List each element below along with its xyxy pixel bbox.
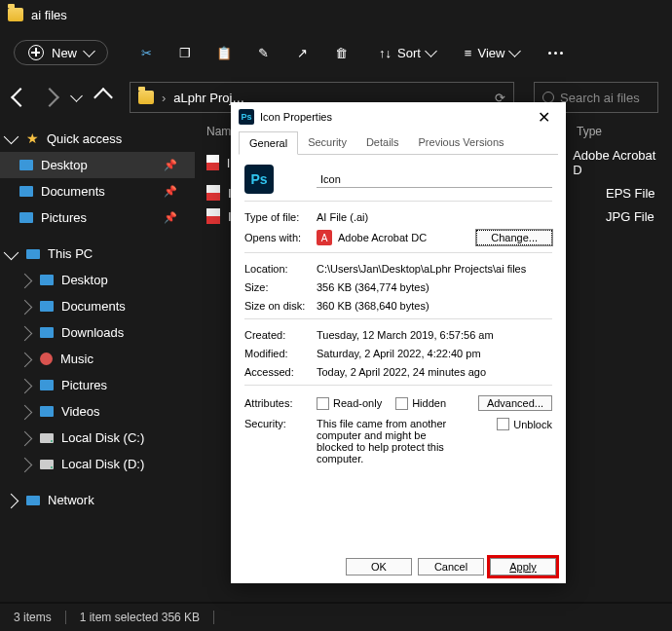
sort-button[interactable]: ↑↓ Sort (379, 46, 435, 60)
readonly-checkbox[interactable]: Read-only (317, 397, 382, 410)
apply-button[interactable]: Apply (490, 558, 556, 575)
filename-input[interactable] (317, 171, 552, 188)
advanced-button[interactable]: Advanced... (478, 395, 552, 411)
unblock-checkbox[interactable]: Unblock (497, 418, 552, 430)
col-type[interactable]: Type (577, 125, 602, 138)
share-icon[interactable]: ↗ (293, 44, 311, 61)
nav-arrows (14, 91, 110, 104)
star-icon: ★ (26, 130, 39, 146)
pictures-icon (19, 212, 33, 223)
chevron-right-icon (18, 353, 33, 368)
history-dropdown[interactable] (70, 90, 83, 102)
modified-value: Saturday, 2 April 2022, 4:22:40 pm (317, 348, 481, 359)
chevron-right-icon (4, 494, 19, 509)
sidebar-label: Documents (61, 299, 126, 314)
file-icon (206, 155, 219, 170)
accessed-value: Today, 2 April 2022, 24 minutes ago (317, 366, 486, 378)
downloads-icon (40, 327, 54, 338)
sidebar-label: Quick access (47, 131, 122, 146)
chevron-down-icon (4, 130, 19, 145)
opens-value: Adobe Acrobat DC (338, 232, 427, 243)
close-button[interactable]: ✕ (530, 108, 558, 127)
network-header[interactable]: Network (0, 487, 195, 513)
file-type: EPS File (606, 186, 655, 201)
music-icon (40, 353, 53, 365)
file-icon (206, 208, 220, 224)
sidebar-item-documents[interactable]: Documents (0, 293, 195, 319)
properties-dialog: Ps Icon Properties ✕ General Security De… (231, 102, 566, 583)
sidebar-label: Downloads (61, 325, 124, 340)
change-button[interactable]: Change... (476, 230, 552, 245)
sidebar-item-pictures[interactable]: Pictures (0, 372, 195, 398)
location-label: Location: (244, 263, 317, 275)
thispc-header[interactable]: This PC (0, 241, 195, 267)
sidebar-item-music[interactable]: Music (0, 346, 195, 372)
status-bar: 3 items 1 item selected 356 KB (0, 604, 672, 631)
rename-icon[interactable]: ✎ (254, 44, 272, 61)
created-value: Tuesday, 12 March 2019, 6:57:56 am (317, 329, 494, 341)
chevron-right-icon (18, 274, 33, 289)
checkbox-icon (317, 397, 329, 410)
readonly-label: Read-only (333, 397, 382, 409)
sidebar-item-pictures[interactable]: Pictures 📌 (0, 204, 195, 231)
cut-icon[interactable]: ✂ (137, 44, 155, 61)
chevron-right-icon (18, 379, 33, 394)
dialog-titlebar[interactable]: Ps Icon Properties ✕ (231, 102, 566, 131)
cancel-button[interactable]: Cancel (418, 558, 484, 575)
chevron-down-icon (83, 45, 95, 57)
new-label: New (52, 46, 77, 60)
hidden-checkbox[interactable]: Hidden (395, 397, 446, 410)
accessed-label: Accessed: (244, 366, 317, 378)
chevron-down-icon (4, 244, 19, 260)
chevron-down-icon (425, 45, 437, 57)
new-button[interactable]: New (14, 40, 108, 65)
sidebar-item-downloads[interactable]: Downloads (0, 319, 195, 346)
more-button[interactable] (548, 52, 563, 55)
tab-previous-versions[interactable]: Previous Versions (409, 131, 514, 154)
sidebar-label: This PC (48, 246, 93, 261)
chevron-down-icon (509, 45, 522, 57)
plus-icon (28, 45, 44, 60)
sidebar-label: Pictures (61, 378, 107, 392)
sidebar-item-desktop[interactable]: Desktop 📌 (0, 152, 195, 178)
quick-access-header[interactable]: ★ Quick access (0, 125, 195, 152)
up-button[interactable] (93, 88, 113, 107)
sidebar-item-desktop[interactable]: Desktop (0, 267, 195, 293)
chevron-right-icon (18, 405, 33, 421)
view-button[interactable]: ≡ View (465, 46, 520, 60)
opens-label: Opens with: (244, 232, 317, 243)
pin-icon: 📌 (164, 185, 177, 198)
documents-icon (40, 301, 54, 312)
separator (213, 611, 214, 624)
drive-icon (40, 433, 54, 443)
sidebar-item-localdisk-c[interactable]: Local Disk (C:) (0, 425, 195, 451)
folder-icon (138, 91, 154, 104)
sidebar-item-videos[interactable]: Videos (0, 398, 195, 425)
tab-security[interactable]: Security (298, 131, 356, 154)
copy-icon[interactable]: ❐ (176, 44, 194, 61)
sidebar-item-documents[interactable]: Documents 📌 (0, 178, 195, 204)
dialog-title: Icon Properties (260, 111, 332, 123)
delete-icon[interactable]: 🗑 (332, 44, 350, 61)
tab-details[interactable]: Details (356, 131, 409, 154)
toolbar-group: ✂ ❐ 📋 ✎ ↗ 🗑 (137, 44, 350, 61)
network-icon (26, 496, 40, 505)
sidebar-item-localdisk-d[interactable]: Local Disk (D:) (0, 451, 195, 477)
back-button[interactable] (11, 88, 30, 107)
pc-icon (26, 249, 40, 259)
dialog-footer: OK Cancel Apply (346, 558, 556, 575)
security-label: Security: (244, 418, 317, 429)
sizedisk-label: Size on disk: (244, 300, 317, 312)
file-type: Adobe Acrobat D (573, 148, 660, 177)
unblock-label: Unblock (513, 419, 552, 430)
dialog-body: Ps Type of file:AI File (.ai) Opens with… (231, 155, 566, 481)
forward-button[interactable] (40, 88, 59, 107)
documents-icon (19, 186, 33, 197)
ok-button[interactable]: OK (346, 558, 412, 575)
pictures-icon (40, 380, 54, 390)
sidebar-label: Documents (41, 184, 105, 199)
paste-icon[interactable]: 📋 (215, 44, 233, 61)
tab-general[interactable]: General (239, 131, 298, 155)
typeof-value: AI File (.ai) (317, 211, 368, 223)
created-label: Created: (244, 329, 317, 341)
